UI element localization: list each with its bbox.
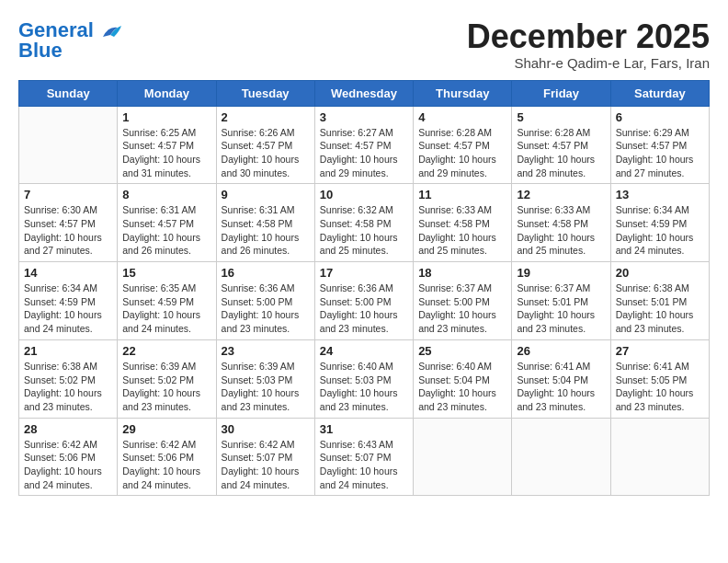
- day-info: Sunrise: 6:37 AM Sunset: 5:00 PM Dayligh…: [418, 282, 506, 336]
- day-info: Sunrise: 6:42 AM Sunset: 5:06 PM Dayligh…: [24, 438, 112, 492]
- day-info: Sunrise: 6:36 AM Sunset: 5:00 PM Dayligh…: [222, 282, 310, 336]
- day-number: 3: [320, 110, 408, 124]
- week-row: 1Sunrise: 6:25 AM Sunset: 4:57 PM Daylig…: [19, 106, 710, 184]
- day-number: 18: [418, 266, 506, 280]
- calendar-cell: 5Sunrise: 6:28 AM Sunset: 4:57 PM Daylig…: [512, 106, 610, 184]
- day-number: 7: [24, 188, 112, 201]
- calendar-cell: 9Sunrise: 6:31 AM Sunset: 4:58 PM Daylig…: [216, 184, 314, 262]
- day-number: 2: [222, 110, 310, 124]
- day-info: Sunrise: 6:43 AM Sunset: 5:07 PM Dayligh…: [320, 438, 408, 492]
- calendar-cell: 11Sunrise: 6:33 AM Sunset: 4:58 PM Dayli…: [414, 184, 512, 262]
- calendar-cell: 23Sunrise: 6:39 AM Sunset: 5:03 PM Dayli…: [216, 339, 314, 418]
- day-number: 6: [616, 110, 704, 124]
- calendar-cell: 13Sunrise: 6:34 AM Sunset: 4:59 PM Dayli…: [610, 184, 709, 262]
- day-info: Sunrise: 6:28 AM Sunset: 4:57 PM Dayligh…: [418, 126, 506, 180]
- calendar-cell: 15Sunrise: 6:35 AM Sunset: 4:59 PM Dayli…: [118, 262, 216, 340]
- calendar-cell: 16Sunrise: 6:36 AM Sunset: 5:00 PM Dayli…: [216, 262, 314, 340]
- day-info: Sunrise: 6:30 AM Sunset: 4:57 PM Dayligh…: [24, 203, 112, 258]
- day-info: Sunrise: 6:40 AM Sunset: 5:03 PM Dayligh…: [320, 360, 408, 414]
- calendar-cell: 12Sunrise: 6:33 AM Sunset: 4:58 PM Dayli…: [512, 184, 610, 262]
- weekday-header: Saturday: [610, 80, 709, 106]
- calendar-cell: 30Sunrise: 6:42 AM Sunset: 5:07 PM Dayli…: [216, 418, 314, 496]
- calendar-cell: 10Sunrise: 6:32 AM Sunset: 4:58 PM Dayli…: [314, 184, 413, 262]
- calendar-cell: 14Sunrise: 6:34 AM Sunset: 4:59 PM Dayli…: [19, 262, 118, 340]
- day-info: Sunrise: 6:38 AM Sunset: 5:02 PM Dayligh…: [24, 360, 112, 414]
- weekday-header: Wednesday: [314, 80, 413, 106]
- calendar-cell: [512, 418, 610, 496]
- weekday-header: Monday: [118, 80, 216, 106]
- page-header: General Blue December 2025 Shahr-e Qadim…: [18, 18, 710, 71]
- day-info: Sunrise: 6:40 AM Sunset: 5:04 PM Dayligh…: [418, 360, 506, 414]
- day-info: Sunrise: 6:27 AM Sunset: 4:57 PM Dayligh…: [320, 126, 408, 180]
- day-number: 27: [616, 344, 704, 358]
- weekday-header: Thursday: [414, 80, 512, 106]
- day-number: 20: [616, 266, 704, 280]
- day-number: 23: [222, 344, 310, 358]
- calendar-cell: 31Sunrise: 6:43 AM Sunset: 5:07 PM Dayli…: [314, 418, 413, 496]
- day-number: 13: [616, 188, 704, 201]
- day-number: 4: [418, 110, 506, 124]
- logo-line2: Blue: [18, 39, 63, 63]
- day-number: 24: [320, 344, 408, 358]
- weekday-header: Friday: [512, 80, 610, 106]
- day-number: 1: [122, 110, 210, 124]
- day-number: 19: [517, 266, 605, 280]
- day-number: 5: [517, 110, 605, 124]
- day-number: 26: [517, 344, 605, 358]
- day-number: 12: [517, 188, 605, 201]
- day-info: Sunrise: 6:38 AM Sunset: 5:01 PM Dayligh…: [616, 282, 704, 336]
- month-title: December 2025: [467, 18, 710, 55]
- day-info: Sunrise: 6:31 AM Sunset: 4:58 PM Dayligh…: [222, 203, 310, 258]
- day-number: 11: [418, 188, 506, 201]
- calendar-cell: 7Sunrise: 6:30 AM Sunset: 4:57 PM Daylig…: [19, 184, 118, 262]
- calendar-cell: 1Sunrise: 6:25 AM Sunset: 4:57 PM Daylig…: [118, 106, 216, 184]
- day-info: Sunrise: 6:32 AM Sunset: 4:58 PM Dayligh…: [320, 203, 408, 258]
- day-info: Sunrise: 6:41 AM Sunset: 5:05 PM Dayligh…: [616, 360, 704, 414]
- day-info: Sunrise: 6:33 AM Sunset: 4:58 PM Dayligh…: [517, 203, 605, 258]
- day-info: Sunrise: 6:41 AM Sunset: 5:04 PM Dayligh…: [517, 360, 605, 414]
- day-number: 10: [320, 188, 408, 201]
- day-info: Sunrise: 6:26 AM Sunset: 4:57 PM Dayligh…: [222, 126, 310, 180]
- title-block: December 2025 Shahr-e Qadim-e Lar, Fars,…: [467, 18, 710, 71]
- day-number: 25: [418, 344, 506, 358]
- calendar-table: SundayMondayTuesdayWednesdayThursdayFrid…: [18, 80, 710, 497]
- calendar-cell: 21Sunrise: 6:38 AM Sunset: 5:02 PM Dayli…: [19, 339, 118, 418]
- logo: General Blue: [18, 18, 121, 63]
- day-info: Sunrise: 6:42 AM Sunset: 5:07 PM Dayligh…: [222, 438, 310, 492]
- calendar-cell: 22Sunrise: 6:39 AM Sunset: 5:02 PM Dayli…: [118, 339, 216, 418]
- calendar-cell: 25Sunrise: 6:40 AM Sunset: 5:04 PM Dayli…: [414, 339, 512, 418]
- calendar-cell: 4Sunrise: 6:28 AM Sunset: 4:57 PM Daylig…: [414, 106, 512, 184]
- calendar-cell: 17Sunrise: 6:36 AM Sunset: 5:00 PM Dayli…: [314, 262, 413, 340]
- day-info: Sunrise: 6:42 AM Sunset: 5:06 PM Dayligh…: [122, 438, 210, 492]
- day-number: 14: [24, 266, 112, 280]
- calendar-cell: 8Sunrise: 6:31 AM Sunset: 4:57 PM Daylig…: [118, 184, 216, 262]
- calendar-cell: 28Sunrise: 6:42 AM Sunset: 5:06 PM Dayli…: [19, 418, 118, 496]
- day-info: Sunrise: 6:39 AM Sunset: 5:03 PM Dayligh…: [222, 360, 310, 414]
- calendar-cell: 27Sunrise: 6:41 AM Sunset: 5:05 PM Dayli…: [610, 339, 709, 418]
- calendar-cell: 26Sunrise: 6:41 AM Sunset: 5:04 PM Dayli…: [512, 339, 610, 418]
- calendar-cell: 6Sunrise: 6:29 AM Sunset: 4:57 PM Daylig…: [610, 106, 709, 184]
- day-number: 16: [222, 266, 310, 280]
- weekday-header: Sunday: [19, 80, 118, 106]
- day-number: 9: [222, 188, 310, 201]
- calendar-cell: [610, 418, 709, 496]
- calendar-cell: 24Sunrise: 6:40 AM Sunset: 5:03 PM Dayli…: [314, 339, 413, 418]
- calendar-cell: [19, 106, 118, 184]
- day-info: Sunrise: 6:34 AM Sunset: 4:59 PM Dayligh…: [616, 203, 704, 258]
- day-info: Sunrise: 6:25 AM Sunset: 4:57 PM Dayligh…: [122, 126, 210, 180]
- week-row: 21Sunrise: 6:38 AM Sunset: 5:02 PM Dayli…: [19, 339, 710, 418]
- day-info: Sunrise: 6:36 AM Sunset: 5:00 PM Dayligh…: [320, 282, 408, 336]
- calendar-cell: 2Sunrise: 6:26 AM Sunset: 4:57 PM Daylig…: [216, 106, 314, 184]
- day-number: 31: [320, 422, 408, 436]
- day-number: 30: [222, 422, 310, 436]
- day-number: 29: [122, 422, 210, 436]
- week-row: 14Sunrise: 6:34 AM Sunset: 4:59 PM Dayli…: [19, 262, 710, 340]
- weekday-header-row: SundayMondayTuesdayWednesdayThursdayFrid…: [19, 80, 710, 106]
- day-info: Sunrise: 6:33 AM Sunset: 4:58 PM Dayligh…: [418, 203, 506, 258]
- calendar-cell: 20Sunrise: 6:38 AM Sunset: 5:01 PM Dayli…: [610, 262, 709, 340]
- day-info: Sunrise: 6:31 AM Sunset: 4:57 PM Dayligh…: [122, 203, 210, 258]
- day-number: 28: [24, 422, 112, 436]
- day-number: 15: [122, 266, 210, 280]
- day-info: Sunrise: 6:37 AM Sunset: 5:01 PM Dayligh…: [517, 282, 605, 336]
- day-number: 17: [320, 266, 408, 280]
